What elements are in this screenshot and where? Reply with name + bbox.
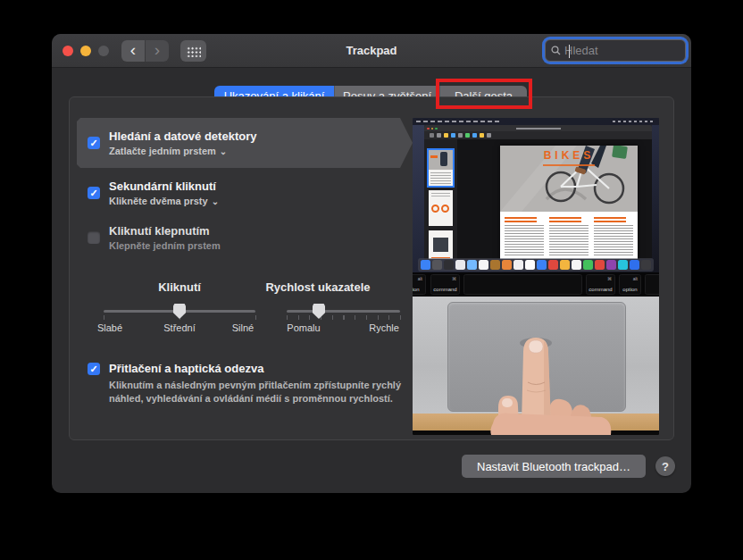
preview-close-dot: [427, 128, 430, 130]
preview-dock-icon: [502, 260, 512, 270]
search-icon: [551, 46, 561, 55]
click-label-medium: Střední: [163, 322, 195, 333]
preview-text-column-3: [594, 217, 633, 259]
preview-dock-icon: [595, 260, 605, 270]
preview-key-option-left: alt option: [413, 274, 426, 295]
preview-dock-icon: [630, 260, 639, 270]
preview-key-option-right: alt option: [619, 274, 641, 295]
checkbox-haptic[interactable]: ✓: [88, 363, 100, 375]
preview-menu-items: [416, 121, 501, 122]
preview-dock-icon: [641, 260, 651, 270]
preview-toolbar-icon: [437, 133, 441, 138]
question-mark-icon: ?: [662, 460, 669, 473]
preview-key-partial: [645, 274, 659, 295]
preview-toolbar-icon: [487, 133, 491, 138]
preview-dock-icon: [513, 260, 523, 270]
preview-thumbnail-2: [429, 190, 453, 226]
preview-key-command-right: ⌘ command: [586, 274, 615, 295]
title-bar: ‹ › Trackpad: [52, 34, 691, 68]
search-field[interactable]: [545, 39, 686, 62]
preview-pages-toolbar: [424, 131, 652, 139]
preview-document-name: [516, 128, 561, 130]
click-label-light: Slabé: [97, 322, 122, 333]
preview-menu-bar: [413, 118, 659, 125]
preview-keyboard-row: alt option ⌘ command ⌘ command alt opti: [413, 272, 659, 297]
gesture-video-preview: BIKES: [413, 118, 659, 435]
preview-key-spacebar: [463, 274, 582, 295]
click-label-firm: Silné: [232, 322, 254, 333]
preview-dock-icon: [490, 260, 500, 270]
gesture-subtitle: Klikněte dvěma prsty⌄: [109, 196, 219, 206]
preview-key-command-left: ⌘ command: [430, 274, 460, 295]
gesture-subtitle: Klepněte jedním prstem: [109, 240, 221, 251]
preview-trackpad: [447, 302, 626, 412]
preview-dock-icon: [606, 260, 616, 270]
preview-dock-icon: [444, 260, 454, 270]
help-button[interactable]: ?: [655, 456, 675, 476]
preview-text-column-1: [505, 217, 544, 259]
check-icon: ✓: [89, 138, 97, 148]
trackpad-preferences-window: ‹ › Trackpad Ukazování a klikání Posuv a…: [52, 34, 691, 493]
tracking-slider-ticks: [287, 315, 401, 320]
preview-toolbar-icon: [480, 133, 484, 138]
preview-dock-icon: [572, 260, 581, 270]
check-icon: ✓: [89, 364, 97, 374]
haptic-row[interactable]: ✓ Přitlačení a haptická odezva Kliknutím…: [88, 362, 409, 405]
preview-dock-icon: [548, 260, 558, 270]
preview-toolbar-icon: [458, 133, 463, 138]
preview-dock-icon: [618, 260, 628, 270]
preview-dock-icon: [479, 260, 488, 270]
chevron-down-icon[interactable]: ⌄: [212, 196, 219, 206]
preview-thumbnails-sidebar: [424, 139, 457, 259]
preview-thumbnail-1-selected: [429, 150, 453, 186]
preview-dock-icon: [583, 260, 593, 270]
haptic-description: Kliknutím a následným pevným přitlačením…: [109, 379, 411, 405]
gesture-title: Hledání a datové detektory: [109, 130, 256, 143]
preview-status-icons: [613, 121, 655, 122]
search-input[interactable]: [564, 44, 722, 57]
gesture-title: Kliknutí klepnutím: [109, 224, 221, 238]
preview-dock-icon: [432, 260, 442, 270]
red-annotation-box: [436, 79, 532, 109]
gesture-row-tap-to-click[interactable]: Kliknutí klepnutím Klepněte jedním prste…: [88, 218, 400, 257]
preview-wooden-desk: [413, 414, 659, 430]
preview-toolbar-icon: [465, 133, 470, 138]
haptic-title: Přitlačení a haptická odezva: [109, 362, 263, 375]
setup-bluetooth-trackpad-button[interactable]: Nastavit Bluetooth trackpad…: [462, 455, 646, 478]
tracking-label-fast: Rychle: [369, 322, 399, 333]
preview-dock-icon: [455, 260, 465, 270]
preview-pages-window: BIKES: [424, 125, 652, 259]
preview-toolbar-icon: [444, 133, 448, 138]
preview-dock-icon: [537, 260, 547, 270]
preview-zoom-dot: [435, 128, 438, 130]
preview-pages-titlebar: [424, 125, 652, 131]
gesture-subtitle: Zatlačte jedním prstem⌄: [109, 146, 256, 156]
gesture-row-secondary-click[interactable]: ✓ Sekundární kliknutí Klikněte dvěma prs…: [88, 173, 400, 213]
preview-bikes-title: BIKES: [500, 149, 638, 162]
gesture-title: Sekundární kliknutí: [109, 180, 219, 193]
preview-toolbar-icon: [472, 133, 477, 138]
preview-document-page: BIKES: [500, 146, 638, 259]
preview-toolbar-icon: [430, 133, 434, 138]
preview-dock-icon: [560, 260, 570, 270]
preview-bikes-subtitle-line: [543, 164, 595, 166]
tracking-slider-track[interactable]: [287, 310, 400, 313]
checkbox-tap-to-click[interactable]: [88, 231, 100, 244]
checkbox-secondary-click[interactable]: ✓: [88, 187, 100, 199]
preview-text-column-2: [549, 217, 589, 259]
click-slider-title: Kliknutí: [104, 280, 255, 294]
preview-dock-icon: [525, 260, 535, 270]
preview-dock: [418, 258, 654, 272]
preview-dock-icon: [467, 260, 477, 270]
check-icon: ✓: [89, 188, 97, 198]
tracking-label-slow: Pomalu: [287, 322, 320, 333]
tracking-slider-title: Rychlost ukazatele: [242, 280, 394, 294]
preview-minimize-dot: [431, 128, 434, 130]
preview-dock-icon: [421, 260, 430, 270]
text-caret: [569, 45, 570, 58]
gesture-row-lookup[interactable]: ✓ Hledání a datové detektory Zatlačte je…: [88, 120, 400, 166]
chevron-down-icon[interactable]: ⌄: [220, 146, 227, 156]
preview-bottom-edge: [413, 430, 659, 435]
checkbox-lookup[interactable]: ✓: [88, 137, 100, 149]
preview-thumbnail-3: [429, 230, 453, 259]
